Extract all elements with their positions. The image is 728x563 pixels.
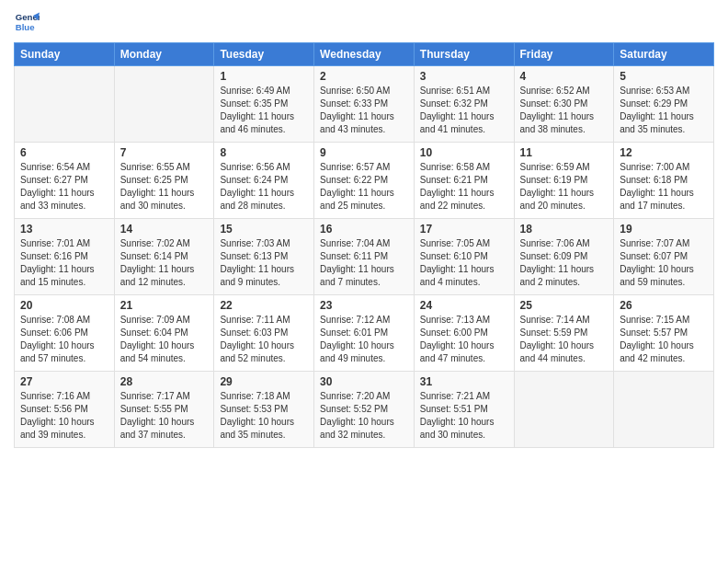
calendar-cell: 22Sunrise: 7:11 AMSunset: 6:03 PMDayligh…: [214, 295, 314, 372]
day-number: 10: [420, 146, 508, 159]
day-number: 27: [20, 375, 108, 388]
calendar-cell: 4Sunrise: 6:52 AMSunset: 6:30 PMDaylight…: [514, 66, 614, 143]
cell-content: Sunrise: 7:15 AMSunset: 5:57 PMDaylight:…: [620, 314, 708, 365]
cell-content: Sunrise: 6:51 AMSunset: 6:32 PMDaylight:…: [420, 85, 508, 136]
day-number: 24: [420, 299, 508, 312]
day-number: 12: [620, 146, 708, 159]
cell-content: Sunrise: 6:55 AMSunset: 6:25 PMDaylight:…: [120, 161, 209, 213]
day-number: 5: [620, 70, 708, 83]
calendar-cell: 3Sunrise: 6:51 AMSunset: 6:32 PMDaylight…: [414, 66, 514, 143]
day-number: 29: [220, 375, 308, 388]
cell-content: Sunrise: 7:09 AMSunset: 6:04 PMDaylight:…: [120, 314, 209, 365]
calendar-cell: 15Sunrise: 7:03 AMSunset: 6:13 PMDayligh…: [214, 219, 314, 295]
cell-content: Sunrise: 6:57 AMSunset: 6:22 PMDaylight:…: [320, 161, 408, 213]
cell-content: Sunrise: 7:13 AMSunset: 6:00 PMDaylight:…: [420, 314, 508, 365]
day-number: 19: [620, 223, 708, 236]
day-header-friday: Friday: [514, 43, 614, 66]
day-number: 23: [320, 299, 408, 312]
day-number: 15: [220, 223, 308, 236]
day-number: 2: [320, 70, 408, 83]
cell-content: Sunrise: 6:59 AMSunset: 6:19 PMDaylight:…: [520, 161, 609, 213]
header-row: SundayMondayTuesdayWednesdayThursdayFrid…: [15, 43, 714, 66]
cell-content: Sunrise: 7:18 AMSunset: 5:53 PMDaylight:…: [220, 390, 308, 442]
calendar-week-2: 6Sunrise: 6:54 AMSunset: 6:27 PMDaylight…: [15, 143, 714, 219]
day-number: 1: [220, 70, 308, 83]
day-header-sunday: Sunday: [15, 43, 115, 66]
day-number: 25: [520, 299, 609, 312]
day-number: 3: [420, 70, 508, 83]
cell-content: Sunrise: 6:52 AMSunset: 6:30 PMDaylight:…: [520, 85, 609, 136]
calendar-cell: [15, 66, 115, 143]
day-number: 28: [120, 375, 209, 388]
calendar-cell: 17Sunrise: 7:05 AMSunset: 6:10 PMDayligh…: [414, 219, 514, 295]
day-header-saturday: Saturday: [614, 43, 714, 66]
calendar-cell: 19Sunrise: 7:07 AMSunset: 6:07 PMDayligh…: [614, 219, 714, 295]
cell-content: Sunrise: 7:08 AMSunset: 6:06 PMDaylight:…: [20, 314, 108, 365]
day-header-wednesday: Wednesday: [314, 43, 415, 66]
cell-content: Sunrise: 7:07 AMSunset: 6:07 PMDaylight:…: [620, 237, 708, 289]
cell-content: Sunrise: 7:00 AMSunset: 6:18 PMDaylight:…: [620, 161, 708, 213]
calendar-cell: 14Sunrise: 7:02 AMSunset: 6:14 PMDayligh…: [114, 219, 214, 295]
calendar-cell: 29Sunrise: 7:18 AMSunset: 5:53 PMDayligh…: [214, 372, 314, 448]
calendar-page: General Blue SundayMondayTuesdayWednesda…: [0, 0, 728, 462]
calendar-cell: [614, 372, 714, 448]
svg-text:Blue: Blue: [16, 22, 35, 32]
calendar-cell: 20Sunrise: 7:08 AMSunset: 6:06 PMDayligh…: [15, 295, 115, 372]
calendar-cell: 11Sunrise: 6:59 AMSunset: 6:19 PMDayligh…: [514, 143, 614, 219]
cell-content: Sunrise: 7:11 AMSunset: 6:03 PMDaylight:…: [220, 314, 308, 365]
cell-content: Sunrise: 7:04 AMSunset: 6:11 PMDaylight:…: [320, 237, 408, 289]
day-number: 9: [320, 146, 408, 159]
calendar-table: SundayMondayTuesdayWednesdayThursdayFrid…: [14, 42, 714, 448]
cell-content: Sunrise: 7:01 AMSunset: 6:16 PMDaylight:…: [20, 237, 108, 289]
cell-content: Sunrise: 7:17 AMSunset: 5:55 PMDaylight:…: [120, 390, 209, 442]
cell-content: Sunrise: 6:50 AMSunset: 6:33 PMDaylight:…: [320, 85, 408, 136]
cell-content: Sunrise: 7:20 AMSunset: 5:52 PMDaylight:…: [320, 390, 408, 442]
calendar-cell: 1Sunrise: 6:49 AMSunset: 6:35 PMDaylight…: [214, 66, 314, 143]
calendar-cell: [514, 372, 614, 448]
calendar-cell: 13Sunrise: 7:01 AMSunset: 6:16 PMDayligh…: [15, 219, 115, 295]
day-number: 22: [220, 299, 308, 312]
calendar-cell: 23Sunrise: 7:12 AMSunset: 6:01 PMDayligh…: [314, 295, 415, 372]
calendar-cell: 26Sunrise: 7:15 AMSunset: 5:57 PMDayligh…: [614, 295, 714, 372]
cell-content: Sunrise: 7:02 AMSunset: 6:14 PMDaylight:…: [120, 237, 209, 289]
logo: General Blue: [14, 9, 43, 35]
day-number: 31: [420, 375, 508, 388]
calendar-cell: 9Sunrise: 6:57 AMSunset: 6:22 PMDaylight…: [314, 143, 415, 219]
calendar-cell: 12Sunrise: 7:00 AMSunset: 6:18 PMDayligh…: [614, 143, 714, 219]
calendar-cell: 7Sunrise: 6:55 AMSunset: 6:25 PMDaylight…: [114, 143, 214, 219]
calendar-cell: [114, 66, 214, 143]
calendar-cell: 31Sunrise: 7:21 AMSunset: 5:51 PMDayligh…: [414, 372, 514, 448]
cell-content: Sunrise: 6:53 AMSunset: 6:29 PMDaylight:…: [620, 85, 708, 136]
day-number: 21: [120, 299, 209, 312]
day-number: 7: [120, 146, 209, 159]
calendar-cell: 28Sunrise: 7:17 AMSunset: 5:55 PMDayligh…: [114, 372, 214, 448]
calendar-cell: 18Sunrise: 7:06 AMSunset: 6:09 PMDayligh…: [514, 219, 614, 295]
calendar-cell: 24Sunrise: 7:13 AMSunset: 6:00 PMDayligh…: [414, 295, 514, 372]
cell-content: Sunrise: 6:56 AMSunset: 6:24 PMDaylight:…: [220, 161, 308, 213]
cell-content: Sunrise: 7:12 AMSunset: 6:01 PMDaylight:…: [320, 314, 408, 365]
calendar-cell: 27Sunrise: 7:16 AMSunset: 5:56 PMDayligh…: [15, 372, 115, 448]
cell-content: Sunrise: 7:05 AMSunset: 6:10 PMDaylight:…: [420, 237, 508, 289]
day-number: 30: [320, 375, 408, 388]
calendar-cell: 25Sunrise: 7:14 AMSunset: 5:59 PMDayligh…: [514, 295, 614, 372]
logo-icon: General Blue: [14, 9, 40, 35]
calendar-cell: 10Sunrise: 6:58 AMSunset: 6:21 PMDayligh…: [414, 143, 514, 219]
calendar-cell: 16Sunrise: 7:04 AMSunset: 6:11 PMDayligh…: [314, 219, 415, 295]
cell-content: Sunrise: 7:14 AMSunset: 5:59 PMDaylight:…: [520, 314, 609, 365]
cell-content: Sunrise: 6:58 AMSunset: 6:21 PMDaylight:…: [420, 161, 508, 213]
calendar-week-5: 27Sunrise: 7:16 AMSunset: 5:56 PMDayligh…: [15, 372, 714, 448]
calendar-week-4: 20Sunrise: 7:08 AMSunset: 6:06 PMDayligh…: [15, 295, 714, 372]
day-number: 17: [420, 223, 508, 236]
day-number: 26: [620, 299, 708, 312]
cell-content: Sunrise: 7:21 AMSunset: 5:51 PMDaylight:…: [420, 390, 508, 442]
cell-content: Sunrise: 6:49 AMSunset: 6:35 PMDaylight:…: [220, 85, 308, 136]
day-header-monday: Monday: [114, 43, 214, 66]
day-header-thursday: Thursday: [414, 43, 514, 66]
day-number: 8: [220, 146, 308, 159]
day-number: 18: [520, 223, 609, 236]
calendar-week-1: 1Sunrise: 6:49 AMSunset: 6:35 PMDaylight…: [15, 66, 714, 143]
day-header-tuesday: Tuesday: [214, 43, 314, 66]
day-number: 14: [120, 223, 209, 236]
day-number: 4: [520, 70, 609, 83]
calendar-cell: 21Sunrise: 7:09 AMSunset: 6:04 PMDayligh…: [114, 295, 214, 372]
